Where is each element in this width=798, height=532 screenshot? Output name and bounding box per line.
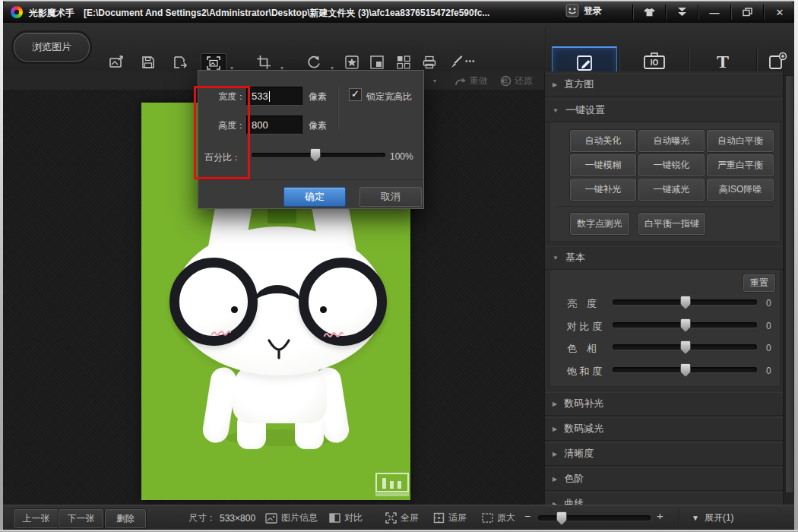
percent-slider[interactable] [252, 153, 385, 157]
statusbar-separator [679, 508, 679, 527]
photo-watermark-text [375, 493, 409, 496]
auto-exposure-button[interactable]: 自动曝光 [638, 130, 705, 152]
brightness-slider[interactable] [613, 299, 757, 305]
zoom-in-button[interactable]: + [657, 509, 663, 522]
section-fill-light[interactable]: ▶ 数码补光 [545, 392, 784, 416]
saturation-value: 0 [766, 366, 771, 376]
width-input[interactable]: 533 [246, 87, 302, 106]
fit-screen-button[interactable]: 适屏 [433, 509, 467, 527]
triangle-down-icon: ▼ [553, 107, 559, 114]
next-image-button[interactable]: 下一张 [59, 509, 103, 528]
button-label: 白平衡一指键 [644, 217, 699, 230]
fullscreen-button[interactable]: 全屏 [385, 509, 419, 527]
section-reduce-light[interactable]: ▶ 数码减光 [545, 417, 784, 441]
browse-images-label: 浏览图片 [32, 40, 71, 54]
section-histogram[interactable]: ▶ 直方图 [545, 73, 784, 97]
auto-whitebalance-button[interactable]: 自动白平衡 [707, 130, 774, 152]
save-icon [141, 55, 156, 70]
oneclick-sharpen-button[interactable]: 一键锐化 [638, 154, 705, 176]
double-chevron-down-icon [678, 8, 686, 17]
redo-icon [454, 76, 467, 87]
collage-grid-icon [396, 55, 411, 70]
button-label: 数字点测光 [577, 217, 622, 230]
material-star-icon [344, 55, 359, 70]
section-oneclick[interactable]: ▼ 一键设置 [545, 99, 784, 122]
svg-text:IO: IO [651, 59, 659, 67]
size-icon [206, 55, 221, 71]
next-label: 下一张 [68, 512, 95, 525]
contrast-slider[interactable] [613, 322, 757, 328]
whitebalance-picker-button[interactable]: 白平衡一指键 [638, 213, 705, 235]
fullscreen-icon [385, 512, 397, 524]
section-curves[interactable]: ▶ 曲线 [545, 492, 784, 505]
button-label: 自动白平衡 [717, 135, 763, 147]
basic-content: 重置 亮 度 0 对 比 度 0 色 相 0 饱 和 度 0 [549, 270, 781, 387]
text-cursor [269, 91, 270, 102]
skin-button[interactable] [633, 2, 665, 22]
redo-button[interactable]: 重做 [454, 74, 488, 87]
reset-button[interactable]: 重置 [743, 274, 775, 292]
cancel-button[interactable]: 取消 [359, 187, 422, 207]
login-label: 登录 [584, 5, 602, 17]
saturation-label: 饱 和 度 [567, 365, 602, 378]
zoom-out-button[interactable]: − [524, 510, 530, 522]
oneclick-content: 自动美化 自动曝光 自动白平衡 一键模糊 一键锐化 严重白平衡 一键补光 一键减… [549, 122, 781, 242]
delete-image-button[interactable]: 删除 [105, 509, 146, 528]
fit-screen-label: 适屏 [448, 511, 467, 524]
expand-label: 展开(1) [705, 511, 734, 524]
hue-label: 色 相 [567, 342, 597, 356]
collapse-button[interactable] [666, 2, 698, 22]
compare-label: 对比 [344, 511, 363, 524]
reduce-light-button[interactable]: 一键减光 [638, 179, 705, 201]
login-button[interactable]: 登录 [565, 4, 602, 17]
fill-light-button[interactable]: 一键补光 [570, 179, 636, 201]
panel-scrollbar[interactable] [783, 71, 795, 505]
width-value: 533 [252, 90, 268, 102]
expand-panel-button[interactable]: ▼ 展开(1) [692, 509, 734, 527]
section-clarity-label: 清晰度 [564, 447, 594, 461]
button-label: 一键补光 [585, 183, 622, 196]
plus-icon: + [657, 509, 663, 522]
browse-images-button[interactable]: 浏览图片 [14, 33, 90, 62]
history-dropdown-caret[interactable]: ▾ [433, 78, 436, 84]
revert-button[interactable]: 还原 [500, 74, 533, 87]
more-dots-icon: ••• [465, 57, 476, 65]
saturation-slider[interactable] [613, 367, 757, 372]
lock-aspect-checkbox[interactable]: ✓ [349, 88, 362, 101]
save-as-icon [173, 55, 188, 70]
section-levels[interactable]: ▶ 色阶 [545, 467, 784, 491]
ok-button[interactable]: 确定 [283, 187, 346, 207]
previous-image-button[interactable]: 上一张 [14, 509, 59, 528]
image-info-button[interactable]: 图片信息 [265, 509, 318, 527]
section-clarity[interactable]: ▶ 清晰度 [545, 442, 784, 466]
border-frame-icon [369, 55, 385, 70]
text-tool-icon: T [717, 52, 729, 71]
compare-button[interactable]: 对比 [329, 509, 363, 527]
height-unit-label: 像素 [309, 119, 327, 132]
close-button[interactable]: ✕ [764, 2, 796, 22]
restore-button[interactable] [731, 2, 763, 22]
revert-label: 还原 [515, 74, 533, 87]
more-tools-button[interactable]: ••• [465, 57, 476, 65]
skin-shirt-icon [643, 7, 656, 17]
scrollbar-thumb[interactable] [785, 75, 794, 493]
lock-aspect-label: 锁定宽高比 [366, 90, 412, 103]
rabbit-blush-right [324, 330, 344, 339]
hue-slider[interactable] [613, 344, 757, 350]
spot-metering-button[interactable]: 数字点测光 [570, 213, 629, 235]
section-basic[interactable]: ▼ 基本 [545, 246, 784, 270]
oneclick-blur-button[interactable]: 一键模糊 [570, 154, 636, 176]
severe-whitebalance-button[interactable]: 严重白平衡 [707, 154, 774, 176]
actual-size-button[interactable]: 原大 [482, 509, 515, 527]
width-unit-label: 像素 [309, 90, 327, 103]
height-input[interactable]: 800 [246, 116, 302, 135]
button-label: 一键减光 [654, 183, 690, 196]
auto-beautify-button[interactable]: 自动美化 [570, 130, 636, 152]
high-iso-denoise-button[interactable]: 高ISO降噪 [707, 179, 774, 201]
minimize-button[interactable]: — [698, 2, 730, 22]
section-histogram-label: 直方图 [564, 78, 594, 91]
zoom-slider[interactable] [538, 515, 651, 521]
actual-size-label: 原大 [497, 511, 515, 524]
percent-value: 100% [390, 151, 413, 162]
application-window: 光影魔术手 [E:\Document And Settings2\Adminis… [0, 0, 798, 532]
